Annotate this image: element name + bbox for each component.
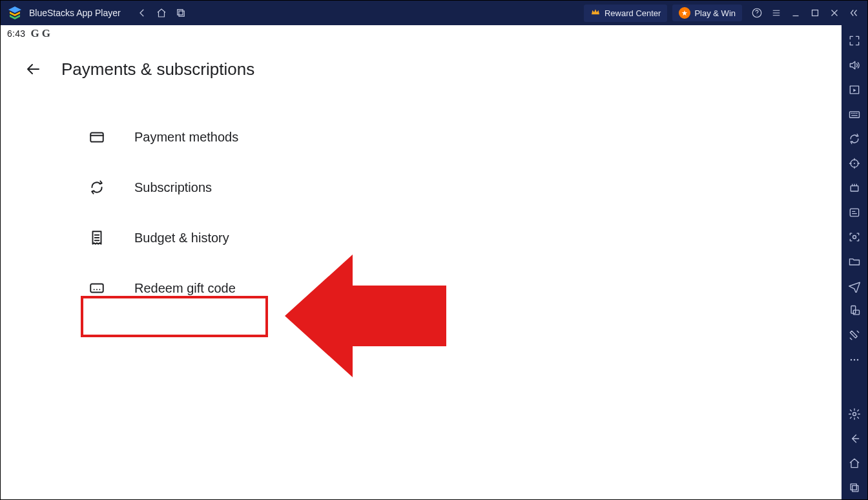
- nav-back-button[interactable]: [132, 3, 152, 23]
- svg-point-14: [854, 163, 855, 164]
- reward-center-label: Reward Center: [604, 8, 661, 18]
- android-home-icon[interactable]: [843, 452, 866, 475]
- sync-icon[interactable]: [843, 127, 866, 151]
- help-button[interactable]: [747, 3, 767, 23]
- play-and-win-button[interactable]: ★ Play & Win: [672, 5, 742, 21]
- lock-cursor-icon[interactable]: [843, 78, 866, 101]
- svg-rect-15: [851, 186, 858, 191]
- menu-item-subscriptions[interactable]: Subscriptions: [88, 162, 842, 213]
- svg-rect-16: [850, 209, 858, 216]
- receipt-icon: [88, 229, 106, 247]
- memory-trim-icon[interactable]: [843, 176, 866, 200]
- fullscreen-icon[interactable]: [843, 29, 866, 52]
- menu-item-label: Budget & history: [134, 231, 229, 245]
- menu-item-budget-history[interactable]: Budget & history: [88, 213, 842, 263]
- collapse-sidebar-button[interactable]: [844, 3, 863, 23]
- window-close-button[interactable]: [825, 3, 844, 23]
- keyboard-controls-icon[interactable]: [843, 103, 866, 126]
- svg-point-9: [99, 289, 100, 290]
- svg-rect-5: [90, 133, 103, 142]
- google-status-icon: G: [42, 27, 50, 40]
- google-status-icon: G: [30, 27, 39, 40]
- window-maximize-button[interactable]: [805, 3, 825, 23]
- android-status-bar: 6:43 G G: [1, 25, 842, 42]
- android-back-icon[interactable]: [843, 427, 866, 450]
- media-folder-icon[interactable]: [843, 250, 866, 273]
- payments-menu-list: Payment methods Subscriptions Budget & h…: [1, 86, 842, 313]
- rotate-icon[interactable]: [843, 299, 866, 322]
- airplane-mode-icon[interactable]: [843, 275, 866, 298]
- menu-item-payment-methods[interactable]: Payment methods: [88, 112, 842, 162]
- svg-rect-19: [853, 310, 859, 315]
- sync-icon: [88, 178, 106, 196]
- menu-item-label: Redeem gift code: [134, 281, 236, 296]
- volume-icon[interactable]: [843, 54, 866, 77]
- svg-point-17: [853, 236, 856, 239]
- app-title: BlueStacks App Player: [29, 8, 121, 18]
- location-icon[interactable]: [843, 152, 866, 175]
- svg-point-3: [757, 15, 758, 16]
- svg-rect-6: [90, 284, 103, 293]
- card-icon: [88, 128, 106, 146]
- install-apk-icon[interactable]: [843, 201, 866, 224]
- play-and-win-label: Play & Win: [694, 8, 736, 18]
- crown-icon: [590, 7, 601, 19]
- giftcode-icon: [88, 279, 106, 297]
- screenshot-icon[interactable]: [843, 225, 866, 249]
- settings-icon[interactable]: [843, 402, 866, 426]
- svg-point-8: [96, 289, 98, 290]
- clock-text: 6:43: [7, 28, 25, 39]
- menu-button[interactable]: [767, 3, 786, 23]
- more-icon[interactable]: [843, 348, 866, 371]
- svg-rect-4: [812, 10, 818, 16]
- shake-icon[interactable]: [843, 324, 866, 347]
- svg-rect-25: [852, 486, 858, 492]
- reward-center-button[interactable]: Reward Center: [584, 5, 667, 22]
- star-icon: ★: [679, 7, 690, 19]
- svg-point-20: [851, 359, 852, 361]
- svg-rect-12: [850, 112, 860, 118]
- svg-rect-24: [851, 484, 856, 490]
- svg-point-21: [854, 359, 856, 361]
- bluestacks-logo-icon: [7, 5, 23, 21]
- bluestacks-side-toolbar: [842, 25, 867, 499]
- android-recents-icon[interactable]: [843, 476, 866, 499]
- window-minimize-button[interactable]: [786, 3, 805, 23]
- nav-recents-button[interactable]: [171, 3, 191, 23]
- svg-rect-1: [179, 11, 184, 16]
- menu-item-label: Payment methods: [134, 130, 238, 145]
- svg-rect-0: [177, 10, 182, 15]
- svg-point-7: [94, 289, 95, 290]
- page-title: Payments & subscriptions: [61, 59, 254, 79]
- page-back-button[interactable]: [23, 59, 43, 79]
- bluestacks-title-bar: BlueStacks App Player Reward Center ★ Pl…: [1, 1, 867, 25]
- nav-home-button[interactable]: [152, 3, 171, 23]
- menu-item-label: Subscriptions: [134, 180, 212, 195]
- svg-point-23: [853, 413, 856, 416]
- menu-item-redeem-gift-code[interactable]: Redeem gift code: [88, 263, 842, 313]
- svg-point-22: [857, 359, 859, 361]
- android-viewport: 6:43 G G Payments & subscriptions Paymen…: [1, 25, 842, 499]
